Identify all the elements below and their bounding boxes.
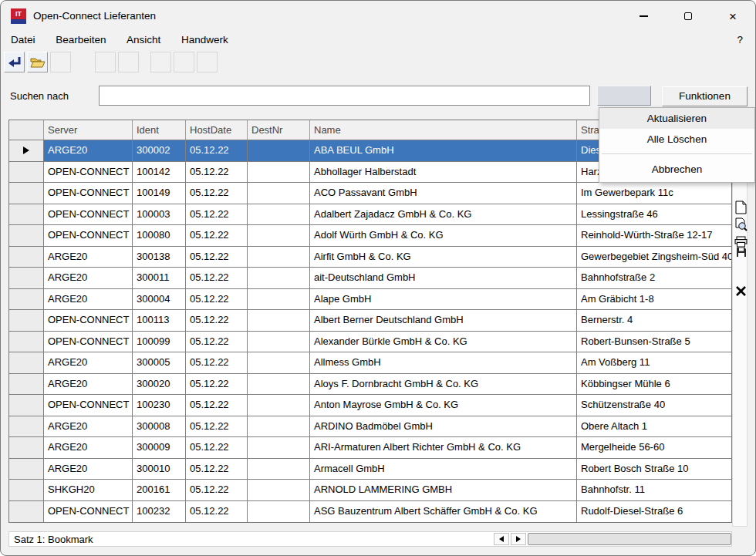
cell-ident: 100080 xyxy=(133,225,186,246)
save-icon[interactable] xyxy=(734,245,748,259)
maximize-button[interactable] xyxy=(666,1,710,32)
table-row[interactable]: ARGE20 300138 05.12.22 Airfit GmbH & Co.… xyxy=(9,247,731,268)
table-row[interactable]: ARGE20 300004 05.12.22 Alape GmbH Am Grä… xyxy=(9,289,731,311)
scroll-left-button[interactable] xyxy=(494,533,509,545)
table-row[interactable]: OPEN-CONNECT 100099 05.12.22 Alexander B… xyxy=(9,332,731,353)
search-input[interactable] xyxy=(99,86,590,106)
cell-server: SHKGH20 xyxy=(44,480,133,500)
menu-item-abbrechen[interactable]: Abbrechen xyxy=(599,159,754,180)
funktionen-button[interactable]: Funktionen xyxy=(662,86,748,106)
row-selector[interactable] xyxy=(9,352,44,373)
row-selector[interactable] xyxy=(9,332,44,352)
cell-hostdate: 05.12.22 xyxy=(186,247,248,268)
cell-ident: 300002 xyxy=(133,140,186,161)
row-selector[interactable] xyxy=(9,437,44,458)
enter-button[interactable] xyxy=(4,52,25,72)
cell-destnr xyxy=(248,183,310,204)
minimize-button[interactable] xyxy=(621,1,666,32)
cell-hostdate: 05.12.22 xyxy=(186,501,248,523)
cell-hostdate: 05.12.22 xyxy=(186,374,248,395)
horizontal-scrollbar-thumb[interactable] xyxy=(528,533,731,545)
cell-name: ARNOLD LAMMERING GMBH xyxy=(310,480,577,500)
delete-icon[interactable] xyxy=(734,284,748,298)
table-row[interactable]: OPEN-CONNECT 100232 05.12.22 ASG Bauzent… xyxy=(9,501,731,523)
table-row[interactable]: OPEN-CONNECT 100230 05.12.22 Anton Mayro… xyxy=(9,395,731,416)
table-row[interactable]: OPEN-CONNECT 100080 05.12.22 Adolf Würth… xyxy=(9,225,731,247)
cell-hostdate: 05.12.22 xyxy=(186,437,248,458)
cell-destnr xyxy=(248,162,310,183)
cell-hostdate: 05.12.22 xyxy=(186,395,248,416)
row-selector[interactable] xyxy=(9,204,44,225)
cell-hostdate: 05.12.22 xyxy=(186,332,248,352)
header-selector xyxy=(9,120,44,140)
table-row[interactable]: OPEN-CONNECT 100149 05.12.22 ACO Passava… xyxy=(9,183,731,204)
scroll-right-button[interactable] xyxy=(511,533,526,545)
row-selector[interactable] xyxy=(9,501,44,523)
search-aux-button[interactable] xyxy=(597,86,651,106)
row-selector[interactable] xyxy=(9,416,44,437)
row-selector[interactable] xyxy=(9,162,44,183)
table-row[interactable]: ARGE20 300009 05.12.22 ARI-Armaturen Alb… xyxy=(9,437,731,459)
cell-hostdate: 05.12.22 xyxy=(186,204,248,225)
scroll-right-icon xyxy=(516,536,521,542)
table-row[interactable]: ARGE20 300020 05.12.22 Aloys F. Dornbrac… xyxy=(9,374,731,396)
row-selector[interactable] xyxy=(9,225,44,246)
row-selector[interactable] xyxy=(9,289,44,310)
cell-ident: 100230 xyxy=(133,395,186,416)
open-folder-icon xyxy=(30,56,46,69)
cell-ident: 100113 xyxy=(133,310,186,331)
row-selector[interactable] xyxy=(9,268,44,288)
scroll-left-icon xyxy=(499,536,504,542)
row-selector[interactable] xyxy=(9,183,44,204)
table-row[interactable]: OPEN-CONNECT 100113 05.12.22 Albert Bern… xyxy=(9,310,731,332)
cell-ident: 100149 xyxy=(133,183,186,204)
cell-name: Airfit GmbH & Co. KG xyxy=(310,247,577,268)
header-ident[interactable]: Ident xyxy=(133,120,186,140)
menu-help[interactable]: ? xyxy=(737,34,743,45)
header-destnr[interactable]: DestNr xyxy=(248,120,310,140)
grid-body: ARGE20 300002 05.12.22 ABA BEUL GmbH Die… xyxy=(9,140,731,522)
row-selector[interactable] xyxy=(9,247,44,268)
cell-ident: 100003 xyxy=(133,204,186,225)
cell-strasse: Robert Bosch Straße 10 xyxy=(577,459,731,480)
new-document-icon[interactable] xyxy=(734,200,748,214)
cell-ident: 300005 xyxy=(133,352,186,373)
table-row[interactable]: SHKGH20 200161 05.12.22 ARNOLD LAMMERING… xyxy=(9,480,731,501)
row-selector[interactable] xyxy=(9,374,44,395)
cell-ident: 300008 xyxy=(133,416,186,437)
menu-bearbeiten[interactable]: Bearbeiten xyxy=(48,32,113,45)
table-row[interactable]: ARGE20 300005 05.12.22 Allmess GmbH Am V… xyxy=(9,352,731,374)
menu-ansicht[interactable]: Ansicht xyxy=(119,32,168,45)
table-row[interactable]: OPEN-CONNECT 100003 05.12.22 Adalbert Za… xyxy=(9,204,731,226)
menu-datei[interactable]: Datei xyxy=(3,32,43,45)
menu-item-aktualisieren[interactable]: Aktualisieren xyxy=(599,108,754,129)
row-selector[interactable] xyxy=(9,140,44,161)
table-row[interactable]: ARGE20 300011 05.12.22 ait-Deutschland G… xyxy=(9,268,731,289)
cell-destnr xyxy=(248,268,310,288)
row-selector[interactable] xyxy=(9,480,44,500)
cell-hostdate: 05.12.22 xyxy=(186,183,248,204)
toolbar-button-empty xyxy=(50,52,71,72)
table-row[interactable]: ARGE20 300008 05.12.22 ARDINO Badmöbel G… xyxy=(9,416,731,438)
row-selector[interactable] xyxy=(9,395,44,416)
header-server[interactable]: Server xyxy=(44,120,133,140)
menu-handwerk[interactable]: Handwerk xyxy=(174,32,236,45)
cell-server: ARGE20 xyxy=(44,459,133,480)
header-name[interactable]: Name xyxy=(310,120,577,140)
cell-name: Aloys F. Dornbracht GmbH & Co. KG xyxy=(310,374,577,395)
row-selector[interactable] xyxy=(9,459,44,480)
cell-name: ait-Deutschland GmbH xyxy=(310,268,577,288)
header-hostdate[interactable]: HostDate xyxy=(186,120,248,140)
open-folder-button[interactable] xyxy=(27,52,48,72)
menu-item-alle-loeschen[interactable]: Alle Löschen xyxy=(599,129,754,150)
current-row-arrow xyxy=(23,147,29,154)
row-selector[interactable] xyxy=(9,310,44,331)
table-row[interactable]: ARGE20 300010 05.12.22 Armacell GmbH Rob… xyxy=(9,459,731,480)
cell-server: OPEN-CONNECT xyxy=(44,183,133,204)
cell-strasse: Schützenstraße 40 xyxy=(577,395,731,416)
menubar: Datei Bearbeiten Ansicht Handwerk ? xyxy=(1,32,755,50)
cell-server: OPEN-CONNECT xyxy=(44,310,133,331)
status-scroll-strip: Satz 1: Bookmark xyxy=(8,531,732,547)
close-button[interactable]: × xyxy=(710,1,755,32)
print-preview-icon[interactable] xyxy=(734,217,748,231)
